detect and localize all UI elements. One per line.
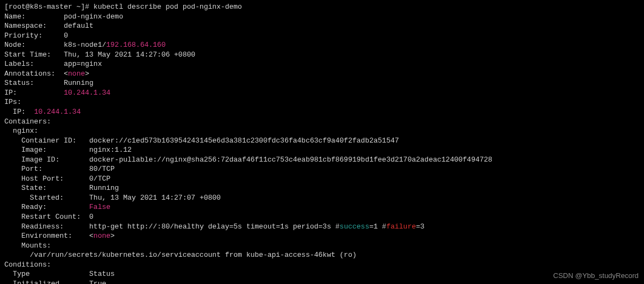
field-environment: Environment: <none> bbox=[4, 231, 640, 241]
field-ip: IP: 10.244.1.34 bbox=[4, 88, 640, 98]
field-containers: Containers: bbox=[4, 117, 640, 127]
field-namespace: Namespace: default bbox=[4, 21, 640, 31]
field-node: Node: k8s-node1/192.168.64.160 bbox=[4, 40, 640, 50]
field-restart-count: Restart Count: 0 bbox=[4, 212, 640, 222]
mounts-path: /var/run/secrets/kubernetes.io/serviceac… bbox=[4, 250, 640, 260]
command-text: kubectl describe pod pod-nginx-demo bbox=[94, 3, 242, 11]
field-image-id: Image ID: docker-pullable://nginx@sha256… bbox=[4, 155, 640, 165]
watermark: CSDN @Ybb_studyRecord bbox=[553, 271, 639, 281]
condition-initialized: Initialized True bbox=[4, 279, 640, 284]
field-annotations: Annotations: <none> bbox=[4, 69, 640, 79]
field-container-id: Container ID: docker://c1ed573b163954243… bbox=[4, 136, 640, 146]
field-ips-ip: IP: 10.244.1.34 bbox=[4, 107, 640, 117]
field-host-port: Host Port: 0/TCP bbox=[4, 174, 640, 184]
field-ready: Ready: False bbox=[4, 202, 640, 212]
field-image: Image: nginx:1.12 bbox=[4, 145, 640, 155]
container-name: nginx: bbox=[4, 126, 640, 136]
field-port: Port: 80/TCP bbox=[4, 164, 640, 174]
terminal-output: [root@k8s-master ~]# kubectl describe po… bbox=[4, 2, 640, 284]
field-ips: IPs: bbox=[4, 97, 640, 107]
pod-ip: 10.244.1.34 bbox=[64, 89, 110, 97]
field-mounts: Mounts: bbox=[4, 241, 640, 251]
prompt-line[interactable]: [root@k8s-master ~]# kubectl describe po… bbox=[4, 2, 640, 12]
field-labels: Labels: app=nginx bbox=[4, 59, 640, 69]
field-conditions: Conditions: bbox=[4, 260, 640, 270]
field-readiness: Readiness: http-get http://:80/healthy d… bbox=[4, 222, 640, 232]
field-status: Status: Running bbox=[4, 78, 640, 88]
conditions-header: Type Status bbox=[4, 269, 640, 279]
field-state: State: Running bbox=[4, 183, 640, 193]
field-priority: Priority: 0 bbox=[4, 31, 640, 41]
shell-prompt: [root@k8s-master ~]# bbox=[4, 3, 94, 11]
node-ip: 192.168.64.160 bbox=[106, 41, 165, 49]
field-start-time: Start Time: Thu, 13 May 2021 14:27:06 +0… bbox=[4, 50, 640, 60]
field-name: Name: pod-nginx-demo bbox=[4, 12, 640, 22]
field-started: Started: Thu, 13 May 2021 14:27:07 +0800 bbox=[4, 193, 640, 203]
